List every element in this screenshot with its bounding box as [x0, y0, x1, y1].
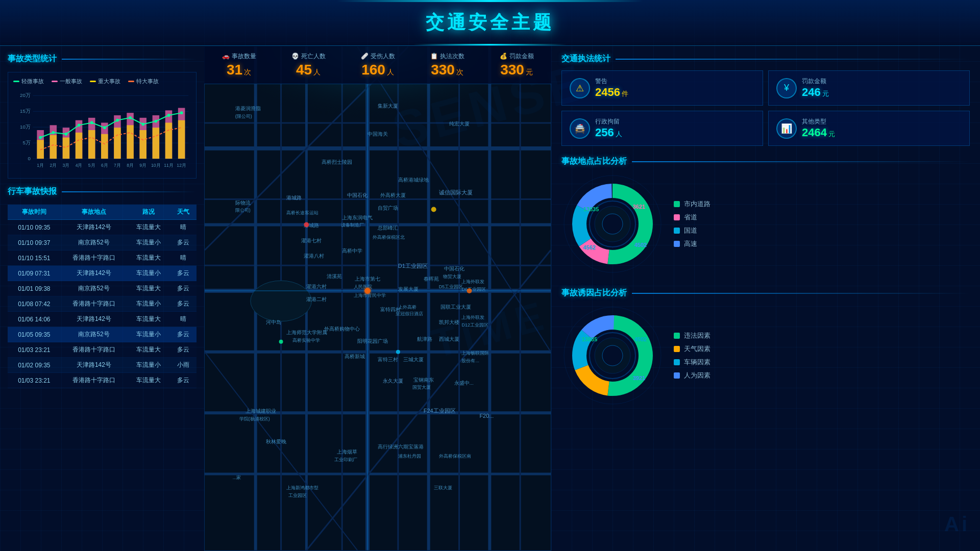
legend-national: 国道: [674, 226, 710, 235]
svg-text:4562: 4562: [583, 244, 596, 251]
accident-types-section-header: 事故类型统计: [8, 54, 197, 64]
enforcement-unit: 元: [822, 89, 829, 98]
legend-item: 轻微事故: [13, 78, 44, 85]
svg-text:濯港八村: 濯港八村: [304, 253, 324, 259]
accident-report-title: 行车事故快报: [8, 186, 57, 197]
svg-point-37: [78, 123, 81, 127]
stat-item: 🩹 受伤人数 160 人: [361, 52, 395, 78]
svg-text:上海新鸿都市型: 上海新鸿都市型: [286, 485, 318, 490]
cell-traffic: 车流量大: [127, 251, 170, 266]
svg-text:0: 0: [28, 156, 30, 161]
cell-location: 天津路142号: [61, 358, 128, 373]
legend-color-violation: [674, 333, 680, 339]
svg-text:上海市第七: 上海市第七: [355, 276, 380, 282]
cause-line: [632, 293, 970, 294]
svg-text:9月: 9月: [139, 163, 146, 168]
svg-text:D6工业园区: D6工业园区: [462, 287, 486, 292]
svg-text:工业印刷厂: 工业印刷厂: [334, 457, 357, 462]
enforcement-card: 🚔 行政拘留 256 人: [561, 111, 763, 146]
svg-text:外高桥保税区南: 外高桥保税区南: [439, 454, 471, 459]
cause-title: 事故诱因占比分析: [561, 288, 627, 298]
cause-legend: 违法因素 天气因素 车辆因素 人为因素: [674, 331, 710, 380]
cell-weather: 晴: [170, 220, 197, 235]
svg-text:上海市育民中学: 上海市育民中学: [354, 293, 386, 298]
svg-text:高桥长途客运站: 高桥长途客运站: [286, 210, 318, 215]
legend-law-violation: 违法因素: [674, 331, 710, 340]
cell-traffic: 车流量小: [127, 327, 170, 342]
cell-location: 南京路52号: [61, 281, 128, 296]
enforcement-value: 2456: [595, 86, 620, 99]
svg-text:F24工业园区: F24工业园区: [424, 408, 456, 414]
svg-text:13835: 13835: [582, 336, 598, 342]
legend-color-national: [674, 228, 680, 234]
cell-weather: 多云: [170, 296, 197, 312]
legend-color-human: [674, 372, 680, 379]
accident-chart: 20万 15万 10万 5万 0: [13, 89, 191, 171]
svg-rect-32: [165, 123, 173, 159]
location-line: [632, 161, 970, 162]
svg-text:学院(杨浦校区): 学院(杨浦校区): [239, 416, 270, 421]
enforcement-icon: 📊: [776, 118, 797, 139]
cell-traffic: 车流量大: [127, 220, 170, 235]
table-row: 01/09 07:31 天津路142号 车流量小 多云: [8, 266, 197, 281]
cell-time: 01/10 09:35: [8, 220, 61, 235]
cell-time: 01/03 23:21: [8, 342, 61, 358]
svg-text:12月: 12月: [177, 163, 186, 168]
svg-text:4月: 4月: [76, 163, 83, 168]
svg-text:4502: 4502: [634, 242, 647, 248]
legend-color-city: [674, 201, 680, 207]
enforcement-unit: 件: [622, 89, 628, 98]
table-row: 01/02 09:35 天津路142号 车流量小 小雨: [8, 358, 197, 373]
svg-text:上海畅联国际: 上海畅联国际: [462, 350, 489, 356]
legend-highway: 高速: [674, 239, 710, 248]
cell-traffic: 车流量大: [127, 373, 170, 388]
stat-item: 🚗 事故数量 31 次: [222, 52, 256, 78]
svg-text:工业园区: 工业园区: [289, 493, 307, 498]
header: 交通安全主题: [0, 0, 980, 46]
table-row: 01/03 23:21 香港路十字路口 车流量大 多云: [8, 342, 197, 358]
cell-location: 天津路142号: [61, 266, 128, 281]
svg-text:13835: 13835: [583, 206, 599, 212]
svg-text:5万: 5万: [22, 140, 30, 145]
cell-weather: 晴: [170, 312, 197, 327]
location-title: 事故地点占比分析: [561, 156, 627, 167]
table-row: 01/01 09:38 南京路52号 车流量大 多云: [8, 281, 197, 296]
enforcement-info: 行政拘留 256 人: [595, 117, 755, 139]
svg-text:高桥实验中学: 高桥实验中学: [292, 338, 320, 343]
enforcement-label: 其他类型: [802, 117, 962, 126]
legend-dot: [52, 81, 58, 82]
cell-time: 01/10 09:37: [8, 235, 61, 251]
map-area: 港菱润滑脂 (限公司) 集新大厦 纯宏大厦 中国海关 高桥烈士陵园 高桥港城绿地…: [204, 46, 551, 551]
svg-point-174: [602, 214, 623, 234]
stat-icon: 📋: [430, 53, 438, 60]
svg-text:15万: 15万: [20, 108, 31, 114]
cell-weather: 小雨: [170, 358, 197, 373]
svg-text:富特三村: 富特三村: [378, 357, 398, 362]
enforcement-value: 2464: [802, 126, 827, 139]
enforcement-icon: ¥: [776, 78, 797, 98]
cell-time: 01/05 09:35: [8, 327, 61, 342]
cell-traffic: 车流量小: [127, 235, 170, 251]
stat-label: 📋 执法次数: [430, 52, 464, 61]
page-title: 交通安全主题: [426, 10, 554, 35]
stat-icon: 💀: [291, 53, 299, 60]
svg-rect-30: [139, 130, 146, 159]
enforcement-grid: ⚠ 警告 2456 件 ¥ 罚款金额 246 元 🚔 行政拘留: [561, 70, 970, 146]
enforcement-icon: 🚔: [570, 118, 590, 139]
svg-rect-31: [153, 128, 160, 159]
cell-weather: 多云: [170, 266, 197, 281]
svg-text:皇冠假日酒店: 皇冠假日酒店: [396, 311, 423, 316]
svg-text:高桥中学: 高桥中学: [342, 248, 362, 254]
svg-text:10月: 10月: [151, 163, 161, 168]
accident-chart-container: 轻微事故 一般事故 重大事故 特大事故 20万 15万 10万 5万 0: [8, 72, 197, 179]
stat-label: 💰 罚款金额: [500, 52, 534, 61]
svg-text:濯港六村: 濯港六村: [306, 284, 327, 289]
svg-point-186: [602, 345, 623, 366]
cause-section-header: 事故诱因占比分析: [561, 288, 970, 298]
svg-text:股份有...: 股份有...: [462, 358, 479, 363]
enforcement-line: [616, 59, 970, 60]
svg-text:D1工业园区: D1工业园区: [398, 263, 428, 269]
svg-text:上海烟草: 上海烟草: [337, 449, 357, 455]
svg-point-35: [52, 131, 55, 134]
enforcement-unit: 元: [828, 130, 835, 139]
